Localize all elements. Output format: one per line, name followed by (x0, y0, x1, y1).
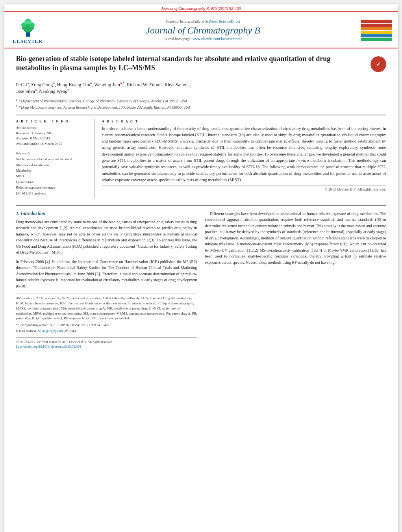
bar-red2 (361, 24, 392, 27)
journal-citation: Journal of Chromatography B, 926 (2013) … (161, 6, 241, 11)
elsevier-logo: ELSEVIER (10, 16, 46, 44)
abstract-col: A B S T R A C T In order to achieve a be… (102, 119, 386, 199)
keyword-4: MIST (16, 173, 90, 179)
affiliation-b: b ᵇ Drug Metabolism Sciences, Janssen Re… (16, 104, 386, 110)
article-info-col: A R T I C L E I N F O Article history: R… (16, 119, 95, 199)
journal-colored-bars (361, 20, 392, 41)
bar-yellow (361, 31, 392, 34)
main-content: Bio-generation of stable isotope labeled… (4, 48, 398, 357)
article-info-label: A R T I C L E I N F O (16, 119, 90, 123)
authors-section: Pei Lia, Yong Gongb, Heng-Keang Limb, We… (16, 81, 386, 95)
keywords-section: Keywords: Stable isotope labeled interna… (16, 151, 90, 196)
footnote-abbreviations: Abbreviations: ACN, acetonitrile; %CV, c… (16, 296, 197, 321)
available-date: Available online 16 March 2013 (16, 141, 90, 147)
sciverse-link[interactable]: SciVerse ScienceDirect (205, 20, 240, 24)
elsevier-tree-icon (16, 16, 40, 38)
author-pei-li: Pei Lia, Yong Gongb, Heng-Keang Limb, We… (16, 82, 190, 87)
keyword-6: Relative exposure coverage (16, 185, 90, 190)
elsevier-wordmark: ELSEVIER (13, 39, 43, 44)
email-link[interactable]: wjian@its.jnj.com (38, 329, 63, 333)
footnote-corresponding: * Corresponding author. Tel.: +1 908 927… (16, 323, 197, 328)
affiliations: a ᵇ Department of Pharmaceutical Science… (16, 98, 386, 111)
doi-link: http://dx.doi.org/10.1016/j.jchromb.2013… (16, 344, 197, 349)
journal-header-center: Contents lists available at SciVerse Sci… (50, 20, 357, 41)
body-section: 1. Introduction Drug metabolites are con… (16, 205, 386, 349)
article-title-section: Bio-generation of stable isotope labeled… (16, 54, 386, 77)
bar-blue (361, 34, 392, 37)
article-history: Article history: Received 11 January 201… (16, 126, 90, 147)
article-info-abstract: A R T I C L E I N F O Article history: R… (16, 115, 386, 199)
doi-anchor[interactable]: http://dx.doi.org/10.1016/j.jchromb.2013… (16, 345, 81, 348)
homepage-line: journal homepage: www.elsevier.com/locat… (50, 37, 357, 41)
received-date: Received 11 January 2013 (16, 131, 90, 136)
body-right-col: Different strategies have been developed… (205, 211, 386, 349)
bar-red (361, 20, 392, 23)
svg-point-9 (28, 21, 32, 24)
crossmark-badge: ✓ (371, 56, 386, 72)
intro-paragraph1: Drug metabolites are considered by some … (16, 219, 197, 256)
keyword-5: Quantitation (16, 179, 90, 185)
abstract-label: A B S T R A C T (102, 119, 386, 123)
svg-point-8 (24, 21, 28, 24)
article-title: Bio-generation of stable isotope labeled… (16, 54, 367, 73)
keyword-3: Metabolite (16, 168, 90, 173)
history-label: Article history: (16, 126, 90, 130)
homepage-url[interactable]: www.elsevier.com/locate/chromb (193, 37, 243, 41)
keyword-2: Microsomal incubation (16, 162, 90, 168)
license-text: 1570-0232/$ – see front matter © 2013 El… (16, 339, 197, 345)
footnotes: Abbreviations: ACN, acetonitrile; %CV, c… (16, 293, 197, 333)
abstract-text: In order to achieve a better understandi… (102, 126, 386, 183)
keywords-label: Keywords: (16, 151, 90, 155)
affiliation-a: a ᵇ Department of Pharmaceutical Science… (16, 98, 386, 104)
copyright-line: © 2013 Elsevier B.V. All rights reserved… (102, 185, 386, 191)
journal-top-bar: Journal of Chromatography B, 926 (2013) … (4, 4, 398, 12)
keyword-1: Stable isotope labeled internal standard (16, 156, 90, 162)
bar-orange (361, 27, 392, 30)
journal-header: ELSEVIER Contents lists available at Sci… (4, 12, 398, 48)
keyword-7: LC–MS/MS analysis (16, 191, 90, 196)
author-jose-silva: Jose Silvab, Naidong Wengb (16, 89, 69, 94)
accepted-date: Accepted 8 March 2013 (16, 136, 90, 141)
sciverse-line: Contents lists available at SciVerse Sci… (50, 20, 357, 24)
intro-heading: 1. Introduction (16, 211, 197, 217)
bar-green (361, 38, 392, 41)
abstract-section: In order to achieve a better understandi… (102, 126, 386, 191)
crossmark-icon: ✓ (376, 61, 381, 68)
page: Journal of Chromatography B, 926 (2013) … (4, 4, 398, 532)
body-left-col: 1. Introduction Drug metabolites are con… (16, 211, 197, 349)
intro-paragraph3: Different strategies have been developed… (205, 211, 386, 266)
footnote-email: E-mail address: wjian@its.jnj.com (W. Ji… (16, 328, 197, 334)
intro-paragraph2: in February 2008 [4]. In addition, the I… (16, 259, 197, 289)
journal-name-heading: Journal of Chromatography B (50, 25, 357, 36)
bottom-bar: 1570-0232/$ – see front matter © 2013 El… (16, 337, 197, 350)
